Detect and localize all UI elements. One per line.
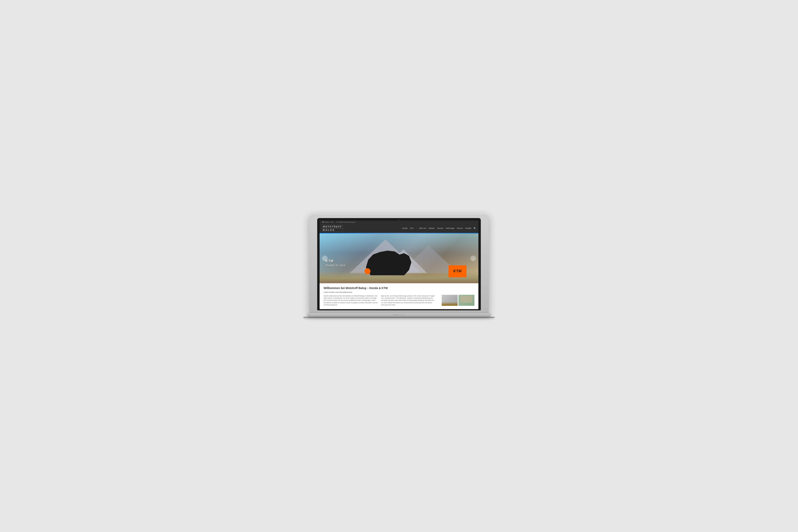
screen-bezel: ☎ 08024 - 8071 ✉ info@mototreff-balog.de… <box>317 218 481 310</box>
nav-kontakt[interactable]: Kontakt <box>465 227 471 229</box>
screen: ☎ 08024 - 8071 ✉ info@mototreff-balog.de… <box>320 221 478 309</box>
content-images <box>442 295 474 306</box>
website: ☎ 08024 - 8071 ✉ info@mototreff-balog.de… <box>320 221 478 309</box>
camera-notch <box>398 219 400 220</box>
main-nav: MOTOTREFF BALOG Honda KTM / Über uns Mar… <box>320 224 478 233</box>
logo-area[interactable]: MOTOTREFF BALOG <box>322 225 343 232</box>
nav-fahrzeuge[interactable]: Fahrzeuge <box>446 227 454 229</box>
orange-accent <box>364 268 370 274</box>
logo-line2: BALOG <box>322 228 343 232</box>
laptop-base <box>307 313 491 317</box>
content-col-right: Egal ob Neu- und Gebrauchtfahrzeuge (Hon… <box>381 295 435 306</box>
nav-service[interactable]: Service <box>457 227 463 229</box>
slide-text: KTM Ready to race. <box>326 259 346 267</box>
laptop-foot <box>303 317 495 318</box>
top-bar: ☎ 08024 - 8071 ✉ info@mototreff-balog.de <box>320 221 478 224</box>
content-subtitle: Liebe Kunden und Internetbesucher, <box>324 291 474 293</box>
arrow-right-icon: › <box>473 257 474 260</box>
content-columns: herzlich willkommen auf der Internetseit… <box>324 295 474 306</box>
email-address: info@mototreff-balog.de <box>338 221 356 223</box>
content-col-left: herzlich willkommen auf der Internetseit… <box>324 295 378 306</box>
phone-number: 08024 - 8071 <box>325 221 334 223</box>
logo-line1: MOTOTREFF <box>322 225 343 228</box>
main-content: Willkommen bei Mototreff Balog – Honda &… <box>320 283 478 309</box>
content-image-1 <box>442 295 458 306</box>
search-icon[interactable]: 🔍 <box>474 227 476 229</box>
nav-termine[interactable]: Termine <box>437 227 443 229</box>
laptop-body: ☎ 08024 - 8071 ✉ info@mototreff-balog.de… <box>309 214 489 313</box>
hero-slider: KTM Ready to race. KTM ‹ › <box>320 233 478 283</box>
laptop-wrapper: ☎ 08024 - 8071 ✉ info@mototreff-balog.de… <box>309 214 489 318</box>
content-title: Willkommen bei Mototreff Balog – Honda &… <box>324 286 474 290</box>
nav-ueber-uns[interactable]: Über uns <box>419 227 426 229</box>
phone-icon: ☎ <box>322 221 324 223</box>
nav-links: Honda KTM / Über uns Marken Termine Fahr… <box>402 227 476 229</box>
motorcycle-area <box>360 238 415 277</box>
content-image-2 <box>458 295 474 306</box>
ktm-logo-box: KTM <box>449 265 467 277</box>
slide-brand: KTM <box>326 259 346 263</box>
nav-honda[interactable]: Honda <box>402 227 407 229</box>
content-text-left: herzlich willkommen auf der Internetseit… <box>324 295 378 306</box>
slide-tagline: Ready to race. <box>326 264 346 267</box>
ktm-logo-text: KTM <box>453 269 461 273</box>
content-text-right: Egal ob Neu- und Gebrauchtfahrzeuge (Hon… <box>381 295 435 306</box>
slider-next-button[interactable]: › <box>470 255 476 261</box>
arrow-left-icon: ‹ <box>324 257 325 260</box>
nav-marken[interactable]: Marken <box>429 227 435 229</box>
slider-prev-button[interactable]: ‹ <box>322 255 328 261</box>
phone-info: ☎ 08024 - 8071 <box>322 221 334 223</box>
email-info: ✉ info@mototreff-balog.de <box>337 221 356 223</box>
email-icon: ✉ <box>337 221 338 223</box>
nav-separator: / <box>416 227 417 229</box>
nav-ktm[interactable]: KTM <box>410 227 414 229</box>
